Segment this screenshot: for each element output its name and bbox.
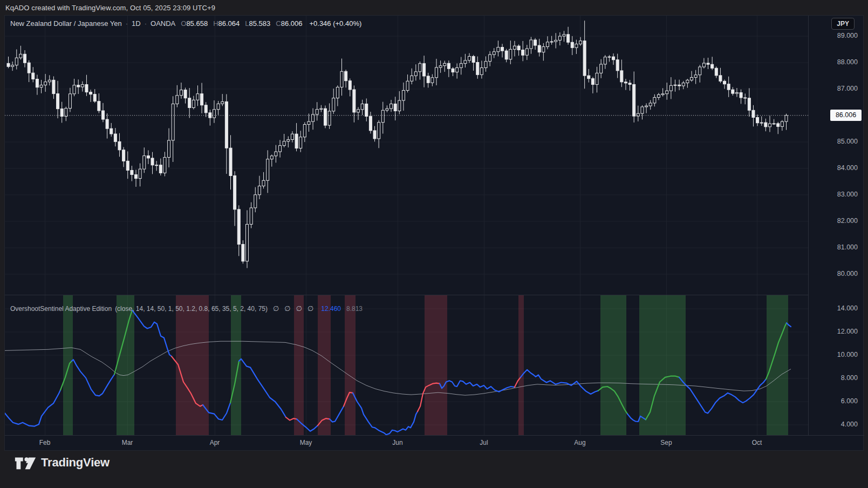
candle-body (155, 165, 158, 166)
price-tick-label: 83.000 (820, 191, 858, 198)
candle-body (711, 64, 714, 68)
indicator-title[interactable]: OvershootSentinel Adaptive Edition (10, 305, 112, 313)
candle-body (661, 94, 664, 95)
candle-body (748, 98, 750, 111)
indicator-tick-label: 6.000 (820, 397, 858, 405)
candle-body (98, 101, 100, 111)
candle-body (250, 208, 252, 224)
candle-body (493, 52, 495, 55)
candle-body (143, 156, 146, 170)
candle-body (122, 150, 125, 161)
candle-body (525, 49, 528, 55)
candle-body (126, 161, 129, 170)
candle-body (517, 46, 520, 50)
overshoot-band-green (639, 295, 686, 435)
symbol-title[interactable]: New Zealand Dollar / Japanese Yen (10, 19, 122, 28)
candle-body (497, 48, 500, 52)
candle-body (567, 35, 570, 43)
candle-body (579, 41, 582, 44)
month-label: Sep (650, 439, 682, 446)
candle-body (303, 125, 306, 137)
candle-body (11, 65, 14, 67)
candle-body (60, 109, 63, 117)
candle-body (513, 46, 516, 49)
candle-body (77, 85, 80, 87)
interval-label[interactable]: 1D (132, 19, 141, 28)
candle-body (386, 109, 388, 110)
low-value: 85.583 (249, 19, 271, 28)
overshoot-band-green (117, 295, 134, 435)
candle-body (110, 128, 113, 134)
candle-body (320, 109, 323, 109)
close-value: 86.006 (281, 19, 303, 28)
candle-body (258, 186, 261, 195)
candle-body (447, 63, 450, 69)
candle-body (398, 100, 401, 111)
open-letter: O (181, 19, 186, 28)
candle-body (283, 141, 285, 146)
candle-body (669, 85, 672, 91)
candle-body (147, 156, 149, 158)
exchange-label[interactable]: OANDA (151, 19, 175, 28)
candle-body (316, 110, 318, 114)
candle-body (348, 81, 351, 90)
candle-body (357, 110, 360, 112)
candle-body (419, 64, 421, 72)
indicator-primary-value: 12.460 (321, 305, 341, 313)
empty-value-icon: ∅ (296, 304, 302, 313)
candle-body (151, 158, 154, 165)
candle-body (217, 104, 220, 110)
currency-toggle-button[interactable]: JPY (831, 18, 855, 30)
candle-body (295, 134, 298, 148)
last-price-label: 86.006 (830, 110, 862, 121)
candle-body (452, 69, 454, 72)
candle-body (85, 85, 88, 92)
candle-body (336, 87, 339, 98)
price-tick-label: 85.000 (820, 138, 858, 145)
candle-body (480, 68, 483, 75)
candle-body (411, 76, 413, 81)
candle-body (73, 85, 76, 94)
candle-body (192, 100, 195, 107)
candle-body (443, 63, 446, 65)
sentinel-line-blue (5, 390, 60, 426)
overshoot-band-red (425, 295, 447, 435)
overshoot-band-red (318, 295, 331, 435)
candle-body (702, 63, 705, 67)
candle-body (756, 118, 759, 123)
candle-body (40, 85, 43, 87)
month-label: Apr (199, 439, 231, 446)
candle-body (637, 113, 639, 116)
candle-body (201, 94, 203, 105)
candle-body (472, 56, 475, 62)
candle-body (435, 67, 438, 78)
tradingview-logo[interactable]: TradingView (15, 455, 110, 470)
candle-body (785, 116, 788, 121)
candle-body (324, 109, 326, 125)
footer-bar: TradingView (0, 451, 868, 488)
candle-body (24, 54, 26, 63)
candle-body (291, 134, 293, 139)
month-label: Oct (741, 439, 773, 446)
symbol-legend: New Zealand Dollar / Japanese Yen · 1D ·… (10, 19, 361, 28)
candle-body (93, 94, 96, 101)
candle-body (44, 82, 47, 85)
high-value: 86.064 (218, 19, 240, 28)
candle-body (563, 35, 565, 36)
candle-body (645, 106, 648, 107)
candle-body (402, 90, 405, 100)
candle-body (139, 169, 141, 178)
candle-body (735, 93, 738, 94)
candle-body (723, 81, 726, 84)
sentinel-line-blue (330, 406, 344, 422)
candle-body (460, 64, 462, 68)
candle-body (587, 76, 590, 79)
indicator-legend: OvershootSentinel Adaptive Edition (clos… (10, 304, 363, 313)
candle-body (234, 176, 236, 209)
candle-body (484, 62, 487, 68)
candle-body (307, 121, 310, 124)
candle-body (135, 174, 138, 178)
chart-canvas[interactable] (5, 16, 864, 451)
candle-body (406, 81, 409, 90)
empty-value-icon: ∅ (307, 304, 313, 313)
